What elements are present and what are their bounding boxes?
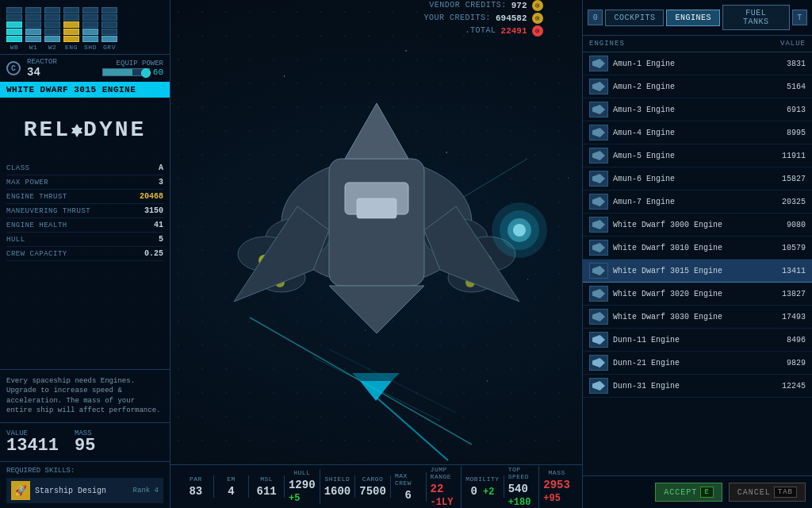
bc-value-5: 7500 (359, 485, 386, 498)
equip-bar (102, 68, 150, 76)
selected-item-bar: White Dwarf 3015 Engine (0, 82, 170, 98)
engine-row-1[interactable]: Amun-2 Engine5164 (583, 75, 812, 98)
bar-wb: WB (6, 6, 22, 51)
engine-row-5[interactable]: Amun-6 Engine15827 (583, 167, 812, 190)
bc-value-8: 0 +2 (470, 485, 494, 498)
engine-name-12: Dunn-11 Engine (613, 336, 769, 344)
reactor-label: REACTOR (27, 58, 57, 66)
engine-value-7: 9080 (774, 221, 806, 229)
bar-w2: W2 (44, 6, 60, 51)
equip-indicator (141, 68, 151, 78)
engine-value-3: 8995 (774, 129, 806, 137)
cancel-button[interactable]: CANCEL Tab (729, 483, 806, 502)
cancel-label: CANCEL (737, 488, 771, 497)
vendor-credits-value: 972 (511, 1, 527, 10)
mass-amount: 95 (75, 437, 95, 455)
reactor-info: C REACTOR 34 EQUIP POWER 60 (0, 54, 170, 82)
stat-engine-thrust: ENGINE THRUST 20468 (6, 190, 163, 204)
engine-value-1: 5164 (774, 83, 806, 91)
bar-segment (102, 21, 117, 28)
value-mass-section: VALUE 13411 MASS 95 (0, 422, 170, 461)
bottom-stat-top-speed: TOP SPEED540 +180 (504, 466, 540, 508)
engine-icon-2 (589, 102, 608, 117)
engine-row-2[interactable]: Amun-3 Engine6913 (583, 98, 812, 121)
engine-row-6[interactable]: Amun-7 Engine20325 (583, 190, 812, 214)
bottom-stat-jump-range: JUMP RANGE22 -1LY (427, 466, 462, 508)
bar-segment (44, 29, 60, 35)
your-credits-row: YOUR CREDITS: 694582 ◎ (423, 13, 542, 24)
bottom-stat-max-crew: MAX CREW6 (391, 472, 427, 502)
tab-t[interactable]: T (792, 10, 807, 25)
engine-row-3[interactable]: Amun-4 Engine8995 (583, 121, 812, 144)
value-amount: 13411 (6, 437, 59, 455)
engine-icon-5 (589, 171, 608, 187)
engine-row-14[interactable]: Dunn-31 Engine12245 (583, 375, 812, 398)
stat-crew-capacity: CREW CAPACITY 0.25 (6, 247, 163, 261)
accept-button[interactable]: ACCEPT E (655, 483, 722, 502)
stat-engine-health-value: 41 (154, 221, 163, 229)
skill-icon: 🚀 (11, 481, 30, 500)
bottom-stat-par: PAR83 (178, 475, 214, 498)
engine-name-2: Amun-3 Engine (613, 106, 769, 114)
stat-class-value: A (159, 164, 163, 172)
status-bars-section: WB W1 W2 (0, 0, 170, 54)
logo-text: RELDYNE (24, 117, 147, 142)
svg-line-29 (313, 357, 440, 421)
bottom-stat-mass: MASS2953 +95 (539, 469, 574, 504)
stats-table: CLASS A MAX POWER 3 ENGINE THRUST 20468 … (0, 161, 170, 369)
bar-segment (6, 29, 22, 35)
stat-hull: HULL 5 (6, 233, 163, 247)
bar-w2-label: W2 (48, 44, 57, 51)
engine-row-8[interactable]: White Dwarf 3010 Engine10579 (583, 237, 812, 260)
bar-segment (6, 21, 22, 28)
item-description: Every spaceship needs Engines. Upgrade t… (0, 369, 170, 422)
bc-label-2: MSL (260, 475, 273, 483)
bar-segment (44, 14, 60, 21)
engine-value-12: 8496 (774, 336, 806, 344)
engine-row-13[interactable]: Dunn-21 Engine9829 (583, 352, 812, 375)
stat-max-power: MAX POWER 3 (6, 175, 163, 190)
bc-label-8: MOBILITY (465, 475, 499, 483)
bar-segment (25, 21, 41, 28)
stat-class-label: CLASS (6, 164, 30, 172)
stat-engine-health: ENGINE HEALTH 41 (6, 218, 163, 233)
bottom-stat-cargo: CARGO7500 (355, 475, 391, 498)
engine-row-12[interactable]: Dunn-11 Engine8496 (583, 329, 812, 352)
bc-value-3: 1290 +5 (289, 479, 316, 504)
engine-row-11[interactable]: White Dwarf 3030 Engine17493 (583, 306, 812, 329)
bar-segment (102, 7, 117, 13)
stat-engine-thrust-value: 20468 (140, 192, 163, 201)
skill-item-starship-design: 🚀 Starship Design Rank 4 (6, 478, 163, 503)
engine-row-7[interactable]: White Dwarf 3000 Engine9080 (583, 214, 812, 237)
reactor-icon: C (6, 61, 21, 75)
tab-fuel-tanks[interactable]: FUEL TANKS (722, 5, 790, 30)
bottom-stat-hull: HULL1290 +5 (285, 469, 320, 504)
tab-engines[interactable]: ENGINES (666, 10, 720, 26)
equip-label: EQUIP POWER (102, 60, 163, 67)
engine-row-10[interactable]: White Dwarf 3020 Engine13827 (583, 283, 812, 306)
bc-value-7: 22 -1LY (431, 483, 458, 508)
bar-segment (44, 21, 60, 28)
bar-segment (63, 21, 79, 28)
value-group: VALUE 13411 (6, 429, 59, 455)
bar-shd-label: SHD (84, 44, 97, 51)
engine-value-6: 20325 (774, 198, 806, 206)
engine-row-4[interactable]: Amun-5 Engine11911 (583, 144, 812, 167)
engine-row-0[interactable]: Amun-1 Engine3831 (583, 52, 812, 75)
bc-label-1: EM (227, 475, 236, 483)
bc-label-3: HULL (293, 469, 310, 476)
tab-bar: 0 COCKPITS ENGINES FUEL TANKS T (583, 0, 812, 36)
bottom-stats-bar: PAR83EM4MSL611HULL1290 +5SHIELD1600CARGO… (170, 464, 582, 508)
engine-icon-13 (589, 355, 608, 371)
bottom-stat-em: EM4 (214, 475, 250, 498)
equip-value: 60 (153, 67, 163, 77)
engine-name-0: Amun-1 Engine (613, 60, 769, 68)
mass-group: MASS 95 (75, 429, 95, 455)
bottom-stat-shield: SHIELD1600 (320, 475, 356, 498)
engine-row-9[interactable]: White Dwarf 3015 Engine13411 (583, 260, 812, 283)
total-credits-row: .TOTAL 22491 ◎ (465, 25, 543, 37)
bc-value-2: 611 (257, 485, 277, 498)
tab-zero[interactable]: 0 (588, 10, 603, 25)
tab-cockpits[interactable]: COCKPITS (605, 10, 664, 26)
engine-value-2: 6913 (774, 106, 806, 114)
